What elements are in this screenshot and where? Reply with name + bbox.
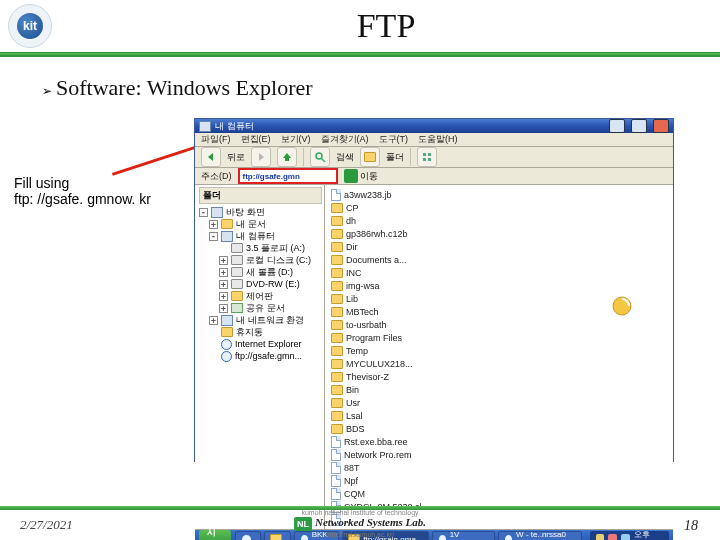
file-item[interactable]: Lsal — [331, 409, 667, 422]
address-input[interactable]: ftp://gsafe.gmn — [238, 168, 338, 184]
fil-icon — [331, 449, 341, 461]
fld-icon — [331, 268, 343, 278]
svg-rect-3 — [428, 153, 431, 156]
back-label: 뒤로 — [227, 151, 245, 164]
tree-node[interactable]: +새 볼륨 (D:) — [199, 266, 322, 278]
ie-icon — [221, 339, 232, 350]
expand-icon[interactable]: - — [209, 232, 218, 241]
fil-icon — [331, 475, 341, 487]
annotation-arrow — [112, 143, 204, 176]
tree-node[interactable]: +공유 문서 — [199, 302, 322, 314]
folder-tree[interactable]: 폴더 -바탕 화면+내 문서-내 컴퓨터3.5 플로피 (A:)+로컬 디스크 … — [195, 185, 325, 529]
expand-icon[interactable]: + — [219, 304, 228, 313]
menu-view[interactable]: 보기(V) — [281, 133, 311, 146]
window-title: 내 컴퓨터 — [215, 120, 603, 133]
menu-fav[interactable]: 즐겨찾기(A) — [321, 133, 369, 146]
file-item[interactable]: Usr — [331, 396, 667, 409]
file-item[interactable]: Dir — [331, 240, 667, 253]
file-label: Lsal — [346, 411, 363, 421]
folders-button[interactable] — [360, 147, 380, 167]
file-item[interactable]: Bin — [331, 383, 667, 396]
file-item[interactable]: INC — [331, 266, 667, 279]
tree-node[interactable]: -내 컴퓨터 — [199, 230, 322, 242]
svg-rect-2 — [423, 153, 426, 156]
go-button[interactable]: 이동 — [344, 169, 378, 183]
footer-logo: kumoh national institute of technology N… — [294, 509, 426, 538]
file-item[interactable]: Documents a... — [331, 253, 667, 266]
file-item[interactable]: MYCULUX218... — [331, 357, 667, 370]
file-label: INC — [346, 268, 362, 278]
fld-icon — [331, 359, 343, 369]
file-item[interactable]: Npf — [331, 474, 667, 487]
file-item[interactable]: Program Files — [331, 331, 667, 344]
fld-icon — [331, 320, 343, 330]
file-item[interactable]: gp386rwh.c12b — [331, 227, 667, 240]
file-item[interactable]: Rst.exe.bba.ree — [331, 435, 667, 448]
up-button[interactable] — [277, 147, 297, 167]
callout-line1: Fill using — [14, 175, 194, 191]
expand-icon[interactable]: + — [219, 280, 228, 289]
file-item[interactable]: to-usrbath — [331, 318, 667, 331]
tree-node[interactable]: 3.5 플로피 (A:) — [199, 242, 322, 254]
expand-icon[interactable]: + — [209, 316, 218, 325]
drv-icon — [231, 255, 243, 265]
expand-icon[interactable]: - — [199, 208, 208, 217]
file-item[interactable]: Temp — [331, 344, 667, 357]
search-button[interactable] — [310, 147, 330, 167]
file-pane[interactable]: a3ww238.jbCPdhgp386rwh.c12bDirDocuments … — [325, 185, 673, 529]
file-item[interactable]: CQM — [331, 487, 667, 500]
file-label: dh — [346, 216, 356, 226]
menu-file[interactable]: 파일(F) — [201, 133, 231, 146]
minimize-button[interactable] — [609, 119, 625, 133]
menu-help[interactable]: 도움말(H) — [418, 133, 458, 146]
menu-edit[interactable]: 편집(E) — [241, 133, 271, 146]
fld-icon — [331, 333, 343, 343]
tree-node[interactable]: +내 문서 — [199, 218, 322, 230]
tree-node[interactable]: +내 네트워크 환경 — [199, 314, 322, 326]
tree-label: 새 볼륨 (D:) — [246, 266, 293, 279]
file-label: Rst.exe.bba.ree — [344, 437, 408, 447]
views-button[interactable] — [417, 147, 437, 167]
fld-icon — [331, 411, 343, 421]
tree-node[interactable]: +DVD-RW (E:) — [199, 278, 322, 290]
fld-icon — [331, 229, 343, 239]
tree-node[interactable]: +제어판 — [199, 290, 322, 302]
file-item[interactable]: a3ww238.jb — [331, 188, 667, 201]
tree-label: DVD-RW (E:) — [246, 279, 300, 289]
file-label: CQM — [344, 489, 365, 499]
expand-icon[interactable]: + — [219, 256, 228, 265]
file-item[interactable]: BDS — [331, 422, 667, 435]
menu-tool[interactable]: 도구(T) — [379, 133, 409, 146]
slide-title: FTP — [52, 7, 720, 45]
file-item[interactable]: 88T — [331, 461, 667, 474]
callout-line2: ftp: //gsafe. gmnow. kr — [14, 191, 194, 207]
file-item[interactable]: img-wsa — [331, 279, 667, 292]
maximize-button[interactable] — [631, 119, 647, 133]
file-item[interactable]: Network Pro.rem — [331, 448, 667, 461]
tree-node[interactable]: ftp://gsafe.gmn... — [199, 350, 322, 362]
tree-node[interactable]: -바탕 화면 — [199, 206, 322, 218]
tree-node[interactable]: Internet Explorer — [199, 338, 322, 350]
forward-button[interactable] — [251, 147, 271, 167]
tree-node[interactable]: +로컬 디스크 (C:) — [199, 254, 322, 266]
window-titlebar[interactable]: 내 컴퓨터 — [195, 119, 673, 133]
expand-icon[interactable]: + — [219, 292, 228, 301]
file-label: a3ww238.jb — [344, 190, 392, 200]
fld-icon — [331, 294, 343, 304]
expand-icon[interactable]: + — [209, 220, 218, 229]
file-label: Dir — [346, 242, 358, 252]
file-item[interactable]: CP — [331, 201, 667, 214]
file-item[interactable]: dh — [331, 214, 667, 227]
menu-bar: 파일(F) 편집(E) 보기(V) 즐겨찾기(A) 도구(T) 도움말(H) — [195, 133, 673, 147]
fld-icon — [331, 398, 343, 408]
fil-icon — [331, 462, 341, 474]
close-button[interactable] — [653, 119, 669, 133]
file-item[interactable]: Thevisor-Z — [331, 370, 667, 383]
tree-node[interactable]: 휴지통 — [199, 326, 322, 338]
folder-icon — [364, 152, 376, 162]
expand-icon[interactable]: + — [219, 268, 228, 277]
computer-icon — [199, 121, 211, 132]
back-button[interactable] — [201, 147, 221, 167]
fld-icon — [221, 327, 233, 337]
file-label: MYCULUX218... — [346, 359, 413, 369]
